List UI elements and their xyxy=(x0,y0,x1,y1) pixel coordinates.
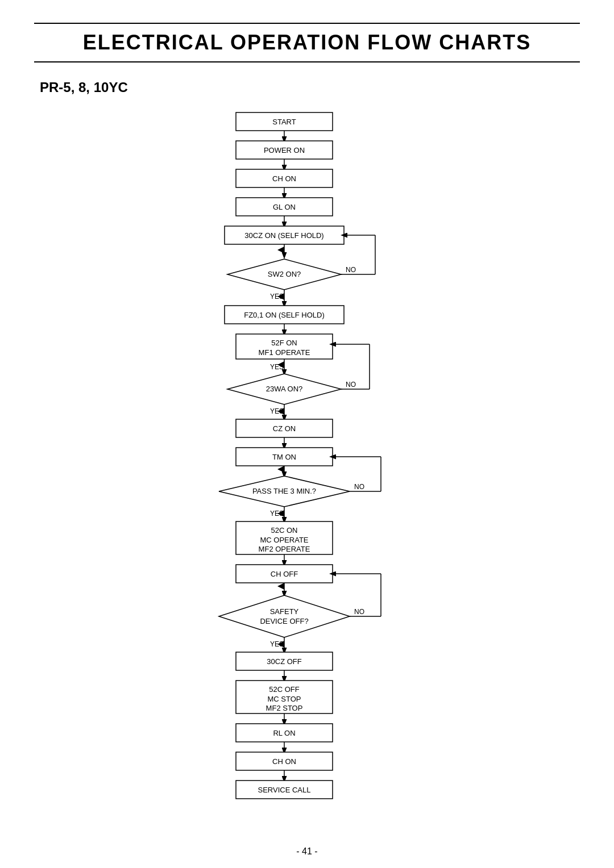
svg-marker-46 xyxy=(219,595,350,637)
52f-on-label: 52F ON xyxy=(271,339,297,347)
service-call-label: SERVICE CALL xyxy=(258,786,311,794)
page: ELECTRICAL OPERATION FLOW CHARTS PR-5, 8… xyxy=(0,0,614,868)
page-title: ELECTRICAL OPERATION FLOW CHARTS xyxy=(34,31,580,55)
ch-on-label: CH ON xyxy=(272,174,296,183)
mf2-stop-label: MF2 STOP xyxy=(266,704,303,712)
svg-marker-33 xyxy=(277,466,284,473)
sw2-label: SW2 ON? xyxy=(268,270,301,278)
sw2-no-label: NO xyxy=(346,266,356,274)
52c-off-label: 52C OFF xyxy=(269,685,300,694)
fz01-label: FZ0,1 ON (SELF HOLD) xyxy=(244,311,325,319)
safety-label: SAFETY xyxy=(270,607,299,616)
flowchart-svg: START POWER ON CH ON GL ON 30CZ ON (SELF… xyxy=(136,107,478,845)
ch-on2-label: CH ON xyxy=(272,757,296,766)
svg-marker-12 xyxy=(277,247,284,253)
page-number: - 41 - xyxy=(296,846,317,857)
30cz-off-label: 30CZ OFF xyxy=(267,657,301,666)
52c-on-label: 52C ON xyxy=(271,526,298,535)
30cz-on-label: 30CZ ON (SELF HOLD) xyxy=(244,231,323,240)
cz-on-label: CZ ON xyxy=(273,424,296,433)
tm-on-label: TM ON xyxy=(272,453,296,461)
device-off-label: DEVICE OFF? xyxy=(260,617,308,625)
mf1-label: MF1 OPERATE xyxy=(259,348,310,357)
23wa-no-label: NO xyxy=(346,381,356,389)
flowchart: START POWER ON CH ON GL ON 30CZ ON (SELF… xyxy=(34,107,580,845)
safety-no-label: NO xyxy=(354,608,364,616)
power-on-label: POWER ON xyxy=(264,146,305,155)
svg-marker-44 xyxy=(277,583,284,590)
mc-stop-label: MC STOP xyxy=(268,695,301,703)
mf2-operate-label: MF2 OPERATE xyxy=(259,545,310,553)
rl-on-label: RL ON xyxy=(273,729,295,737)
ch-off-label: CH OFF xyxy=(271,570,298,578)
start-label: START xyxy=(272,118,296,126)
23wa-label: 23WA ON? xyxy=(266,385,303,393)
page-header: ELECTRICAL OPERATION FLOW CHARTS xyxy=(34,23,580,62)
gl-on-label: GL ON xyxy=(273,203,296,211)
pass3min-label: PASS THE 3 MIN.? xyxy=(252,487,316,495)
mc-operate-label: MC OPERATE xyxy=(260,536,309,544)
pass3min-no-label: NO xyxy=(354,483,364,491)
page-subtitle: PR-5, 8, 10YC xyxy=(40,80,580,95)
